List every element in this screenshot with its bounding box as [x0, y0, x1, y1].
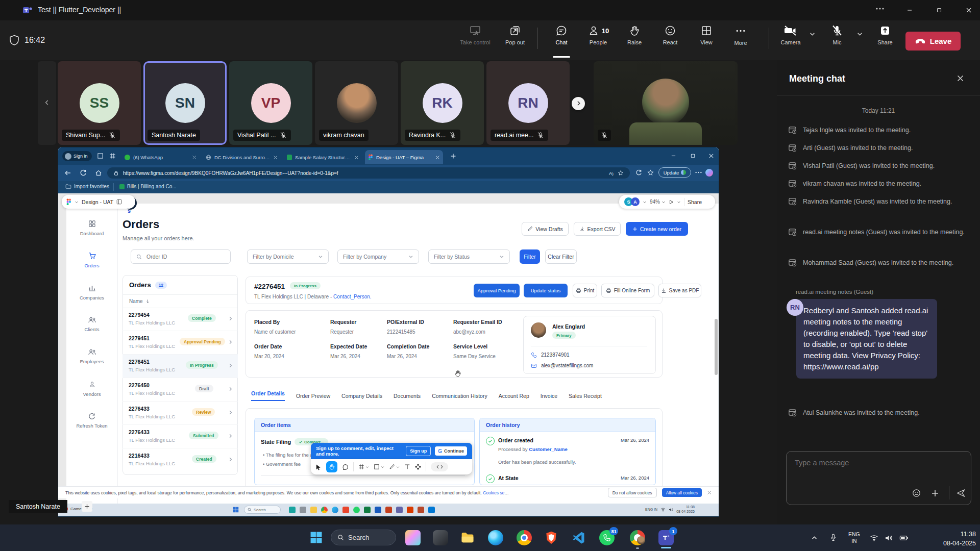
browser-tab[interactable]: DC Divisions and Surroundings	[203, 150, 281, 164]
camera-options-chevron-icon[interactable]	[809, 31, 816, 37]
browser-maximize-icon[interactable]	[690, 153, 696, 159]
sidebar-item-employees[interactable]: Employees	[66, 348, 117, 364]
read-aloud-icon[interactable]: A)	[609, 170, 614, 176]
sidebar-item-dashboard[interactable]: Dashboard	[66, 220, 117, 236]
sidebar-item-companies[interactable]: Companies	[66, 284, 117, 300]
browser-vertical-tabs-icon[interactable]	[109, 153, 116, 159]
tray-battery-icon[interactable]	[899, 535, 909, 541]
participant-tile[interactable]: RN read.ai mee...	[486, 61, 570, 145]
zoom-dropdown[interactable]: 94%	[650, 199, 666, 205]
allow-cookies-button[interactable]: Allow all cookies	[662, 488, 702, 497]
tab-sales-receipt[interactable]: Sales Receipt	[569, 393, 602, 399]
presenter-app-icon[interactable]	[310, 507, 317, 513]
emoji-icon[interactable]	[912, 488, 921, 498]
window-minimize-icon[interactable]	[906, 7, 913, 13]
mic-button[interactable]: Mic	[820, 24, 854, 45]
column-header-name[interactable]: Name	[129, 298, 143, 304]
collaborator-avatar[interactable]: A	[631, 197, 640, 206]
browser-tab-active[interactable]: Design - UAT – Figma	[365, 150, 443, 164]
presenter-app-icon[interactable]	[321, 507, 328, 513]
browser-update-button[interactable]: Update	[658, 167, 691, 178]
text-tool-icon[interactable]	[404, 464, 410, 470]
chat-close-icon[interactable]	[957, 74, 964, 82]
presenter-app-icon[interactable]	[364, 507, 371, 513]
shape-tool-icon[interactable]	[374, 464, 384, 470]
update-status-button[interactable]: Update status	[524, 284, 568, 297]
canvas-scrollbar-thumb[interactable]	[715, 319, 718, 375]
presenter-app-icon[interactable]	[353, 507, 360, 513]
order-row[interactable]: 2279454 TL Flex Holdings LLC Complete	[122, 308, 238, 331]
order-id-input[interactable]	[145, 253, 219, 260]
send-icon[interactable]	[956, 488, 966, 498]
collections-star-icon[interactable]	[647, 169, 654, 176]
pop-out-button[interactable]: Pop out	[498, 24, 532, 45]
tab-order-details[interactable]: Order Details	[251, 390, 285, 401]
contact-person-link[interactable]: Contact_Person.	[333, 294, 372, 299]
take-control-button[interactable]: Take control	[458, 24, 493, 45]
filter-domicile-select[interactable]: Filter by Domicile	[247, 249, 329, 264]
participant-tile-camera[interactable]	[594, 61, 738, 145]
print-button[interactable]: Print	[573, 284, 597, 297]
export-csv-button[interactable]: Export CSV	[574, 222, 621, 236]
filter-button[interactable]: Filter	[520, 249, 540, 264]
tab-close-icon[interactable]	[435, 155, 440, 160]
url-bar[interactable]: https://www.figma.com/design/9BKQ0FOHRWa…	[107, 167, 630, 179]
presenter-start-icon[interactable]	[233, 507, 239, 513]
taskbar-chrome-profile-icon[interactable]	[630, 530, 645, 545]
presenter-app-icon[interactable]	[418, 507, 424, 513]
taskbar-search[interactable]: Search	[331, 530, 396, 545]
participant-tile[interactable]: RK Ravindra K...	[401, 61, 484, 145]
tab-company-details[interactable]: Company Details	[341, 393, 382, 399]
tab-close-icon[interactable]	[192, 155, 197, 160]
taskbar-brave-icon[interactable]	[544, 531, 559, 546]
participant-tile[interactable]: SN Santosh Narate	[143, 61, 227, 145]
presenter-app-icon[interactable]	[407, 507, 413, 513]
browser-minimize-icon[interactable]	[671, 153, 676, 159]
home-icon[interactable]	[95, 169, 102, 177]
import-favorites-button[interactable]: Import favorites	[65, 184, 109, 189]
participants-scroll-left[interactable]	[38, 61, 56, 145]
deny-cookies-button[interactable]: Do not allow cookies	[608, 488, 657, 497]
resources-tool-icon[interactable]	[415, 464, 421, 470]
order-id-search[interactable]	[131, 249, 231, 264]
attach-plus-icon[interactable]	[931, 489, 939, 497]
save-as-pdf-button[interactable]: Save as PDF	[658, 284, 701, 297]
more-button[interactable]: More	[723, 24, 758, 46]
cookie-close-icon[interactable]	[707, 490, 712, 495]
move-tool-icon[interactable]	[315, 464, 322, 470]
view-button[interactable]: View	[689, 24, 724, 45]
cookie-settings-link[interactable]: Cookies settings	[483, 490, 509, 495]
meeting-shield-icon[interactable]	[9, 35, 19, 46]
tray-wifi-icon[interactable]	[870, 535, 878, 541]
contact-phone[interactable]: 2123874901	[541, 352, 570, 358]
chevron-down-icon[interactable]	[643, 200, 647, 204]
share-button[interactable]: Share	[868, 24, 902, 45]
browser-close-icon[interactable]	[708, 153, 714, 159]
presenter-app-icon[interactable]	[342, 507, 349, 513]
tab-order-preview[interactable]: Order Preview	[296, 393, 330, 399]
approval-pending-button[interactable]: Approval Pending	[474, 284, 520, 297]
new-tab-icon[interactable]	[450, 153, 456, 159]
chat-message-bubble[interactable]: Redberyl and Santosh added read.ai meeti…	[796, 299, 937, 379]
presenter-app-icon[interactable]	[428, 507, 435, 513]
favorite-bookmark[interactable]: Bills | Billing and Co...	[119, 184, 177, 189]
browser-tab[interactable]: Sample Salary Structure with calc	[284, 150, 362, 164]
tab-communication-history[interactable]: Communication History	[432, 393, 487, 399]
presenter-language[interactable]: ENG IN	[645, 508, 657, 512]
react-button[interactable]: React	[653, 24, 688, 45]
start-button-icon[interactable]	[310, 531, 323, 544]
clear-filter-button[interactable]: Clear Filter	[545, 249, 577, 264]
window-maximize-icon[interactable]	[936, 7, 942, 13]
comment-tool-icon[interactable]	[342, 464, 349, 470]
figma-share-button[interactable]: Share	[688, 199, 702, 205]
presenter-add-button[interactable]	[82, 501, 92, 512]
taskbar-whatsapp-icon[interactable]: 81	[599, 530, 615, 545]
pen-tool-icon[interactable]	[389, 464, 400, 470]
order-row[interactable]: 2276450 TL Flex Holdings LLC Draft	[122, 378, 238, 402]
taskbar-app-icon[interactable]	[433, 530, 448, 545]
browser-workspaces-icon[interactable]	[97, 153, 104, 159]
back-icon[interactable]	[64, 169, 71, 177]
participant-tile[interactable]: vikram chavan	[315, 61, 398, 145]
sidebar-item-refresh-token[interactable]: Refresh Token	[66, 413, 117, 429]
participant-tile[interactable]: VP Vishal Patil ...	[229, 61, 312, 145]
